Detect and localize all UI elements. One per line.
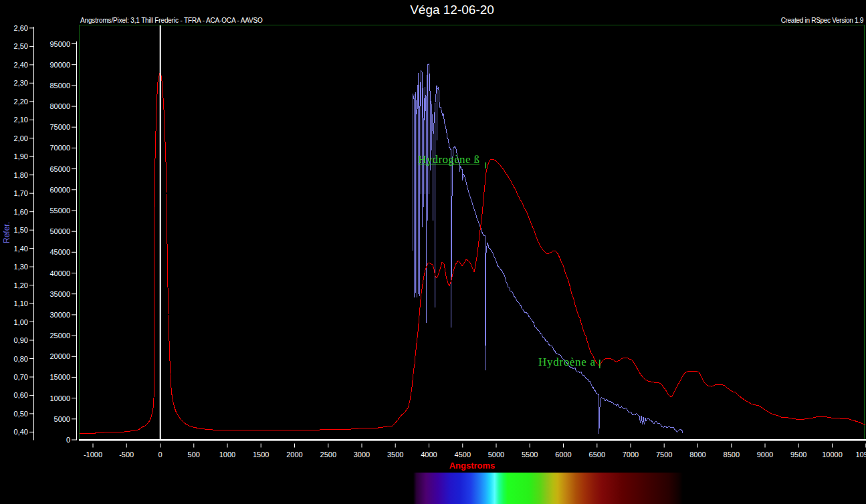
svg-text:80000: 80000 [49,102,70,110]
svg-text:10000: 10000 [49,394,70,402]
svg-text:1,70: 1,70 [14,189,28,197]
svg-text:3000: 3000 [354,451,370,459]
svg-text:1,30: 1,30 [14,263,28,271]
svg-text:2,00: 2,00 [14,134,28,142]
svg-text:4000: 4000 [421,451,437,459]
svg-text:0: 0 [66,436,70,444]
svg-text:2,50: 2,50 [14,42,28,50]
svg-text:9000: 9000 [757,451,773,459]
svg-text:Created in RSpec Version 1.9: Created in RSpec Version 1.9 [781,17,864,24]
svg-text:0,80: 0,80 [14,355,28,363]
svg-text:2,40: 2,40 [14,61,28,69]
svg-text:85000: 85000 [49,82,70,90]
svg-text:2,60: 2,60 [14,24,28,32]
svg-text:1,20: 1,20 [14,281,28,289]
svg-text:-500: -500 [119,451,134,459]
svg-text:0,70: 0,70 [14,373,28,381]
svg-text:1,40: 1,40 [14,245,28,253]
svg-text:7000: 7000 [623,451,639,459]
svg-text:1,80: 1,80 [14,171,28,179]
svg-text:40000: 40000 [49,269,70,277]
svg-text:1,10: 1,10 [14,299,28,307]
svg-text:1500: 1500 [253,451,269,459]
svg-text:1,60: 1,60 [14,208,28,216]
svg-text:2,30: 2,30 [14,79,28,87]
svg-text:0,90: 0,90 [14,336,28,344]
svg-text:6000: 6000 [555,451,571,459]
svg-text:-1000: -1000 [84,451,102,459]
svg-text:15000: 15000 [49,373,70,381]
svg-text:5500: 5500 [522,451,538,459]
svg-text:9500: 9500 [790,451,806,459]
svg-text:0,50: 0,50 [14,410,28,418]
svg-text:30000: 30000 [49,311,70,319]
svg-text:2,20: 2,20 [14,98,28,106]
svg-text:Hydrogène ß: Hydrogène ß [418,153,479,166]
svg-text:25000: 25000 [49,332,70,340]
svg-text:2000: 2000 [286,451,302,459]
svg-text:60000: 60000 [49,186,70,194]
svg-text:Véga 12-06-20: Véga 12-06-20 [410,3,494,17]
svg-text:500: 500 [188,451,200,459]
svg-text:75000: 75000 [49,123,70,131]
svg-text:8500: 8500 [724,451,740,459]
svg-text:4500: 4500 [455,451,471,459]
svg-text:Refer.: Refer. [2,222,11,243]
svg-text:10500: 10500 [856,451,866,459]
svg-text:2,10: 2,10 [14,116,28,124]
svg-text:2500: 2500 [320,451,336,459]
svg-text:0,60: 0,60 [14,391,28,399]
svg-text:8000: 8000 [689,451,706,459]
svg-text:95000: 95000 [49,40,70,48]
svg-text:5000: 5000 [54,415,70,423]
svg-text:1,50: 1,50 [14,226,28,234]
svg-text:Hydroène a: Hydroène a [538,356,595,368]
svg-text:20000: 20000 [49,352,70,360]
svg-text:6500: 6500 [589,451,605,459]
svg-text:3500: 3500 [387,451,403,459]
svg-text:10000: 10000 [822,451,843,459]
svg-text:1,00: 1,00 [14,318,28,326]
svg-text:0: 0 [158,451,162,459]
svg-text:70000: 70000 [49,144,70,152]
svg-text:45000: 45000 [49,248,70,256]
svg-text:0,40: 0,40 [14,428,28,436]
svg-text:90000: 90000 [49,61,70,69]
svg-text:Angstroms/Pixel: 3,1 Thill Fre: Angstroms/Pixel: 3,1 Thill Frederic - TF… [80,17,263,24]
svg-text:5000: 5000 [488,451,504,459]
svg-text:65000: 65000 [49,165,70,173]
svg-text:50000: 50000 [49,227,70,235]
svg-text:7500: 7500 [656,451,672,459]
svg-text:Angstroms: Angstroms [449,461,496,471]
svg-text:55000: 55000 [49,207,70,215]
svg-text:35000: 35000 [49,290,70,298]
svg-text:1,90: 1,90 [14,152,28,160]
svg-text:1000: 1000 [219,451,235,459]
